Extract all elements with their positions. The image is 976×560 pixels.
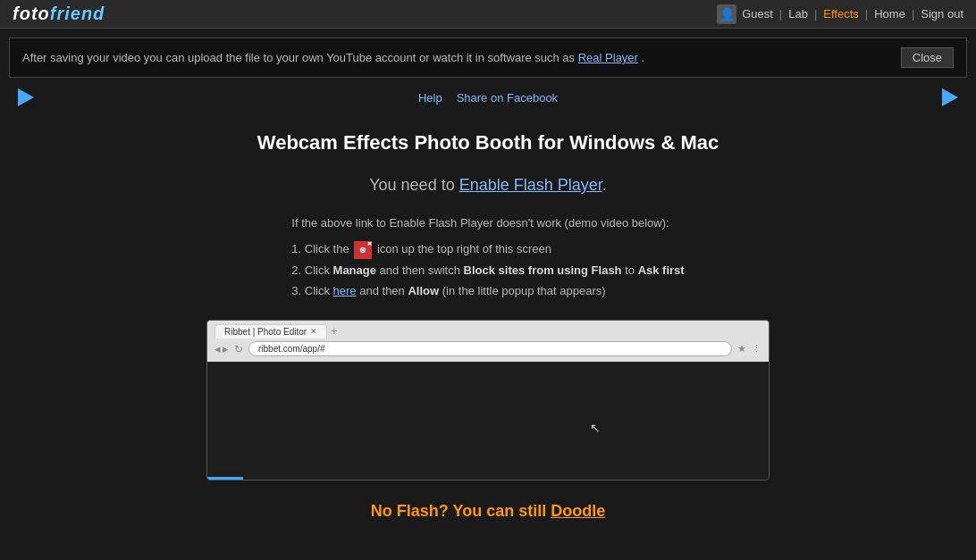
forward-icon: ▸ — [223, 342, 229, 355]
star-icon: ★ — [737, 343, 746, 355]
notice-text: After saving your video you can upload t… — [22, 51, 644, 64]
flash-icon: ⊗ — [354, 241, 372, 259]
browser-url-bar: ribbet.com/app/# — [248, 341, 732, 356]
instructions-intro: If the above link to Enable Flash Player… — [291, 213, 684, 233]
ad-right-icon — [942, 88, 958, 106]
ad-bar: Help Share on Facebook — [0, 81, 976, 113]
step3-pre: 3. Click — [291, 284, 330, 297]
help-link[interactable]: Help — [418, 91, 442, 104]
step3-mid: and then — [359, 284, 408, 297]
notice-text-after: . — [642, 51, 645, 64]
step2-block: Block sites from using Flash — [464, 263, 622, 277]
nav: 👤 Guest | Lab | Effects | Home | Sign ou… — [717, 4, 963, 24]
browser-screenshot: Ribbet | Photo Editor ✕ + ◂ ▸ ↻ ribbet.c… — [206, 320, 770, 481]
step2-manage: Manage — [333, 263, 376, 277]
main-content: Webcam Effects Photo Booth for Windows &… — [0, 113, 976, 547]
browser-tab-label: Ribbet | Photo Editor — [224, 327, 307, 337]
step1-post: icon up the top right of this screen — [377, 242, 551, 255]
ad-right — [937, 88, 963, 106]
nav-sep-2: | — [814, 7, 817, 21]
logo-friend: friend — [50, 4, 105, 23]
flash-punctuation: . — [602, 176, 607, 194]
logo-foto: foto — [13, 4, 50, 23]
url-text: ribbet.com/app/# — [258, 344, 325, 354]
browser-right-icons: ★ ⋮ — [737, 343, 761, 355]
tab-close-icon: ✕ — [310, 327, 317, 336]
back-icon: ◂ — [215, 342, 221, 355]
browser-controls: ◂ ▸ ↻ ribbet.com/app/# ★ ⋮ — [215, 340, 761, 358]
step2-mid: and then switch — [380, 263, 464, 277]
step3-allow: Allow — [408, 284, 439, 297]
nav-sep-3: | — [865, 7, 868, 21]
nav-signout[interactable]: Sign out — [921, 7, 963, 21]
nav-sep-4: | — [912, 7, 914, 21]
logo[interactable]: fotofriend — [13, 4, 105, 24]
close-button[interactable]: Close — [901, 47, 954, 68]
flash-notice: You need to Enable Flash Player. — [0, 176, 976, 195]
step3: 3. Click here and then Allow (in the lit… — [291, 280, 684, 301]
enable-flash-link[interactable]: Enable Flash Player — [459, 176, 602, 194]
cursor-icon: ↖ — [590, 421, 601, 435]
no-flash-pre: No Flash? You can still — [371, 502, 546, 520]
notice-bar: After saving your video you can upload t… — [9, 38, 967, 78]
step1-pre: 1. Click the — [291, 242, 349, 255]
browser-body: ↖ — [207, 362, 769, 480]
step2-to: to — [625, 263, 637, 277]
notice-text-before: After saving your video you can upload t… — [22, 51, 575, 64]
ad-left-icon — [18, 88, 34, 106]
browser-chrome: Ribbet | Photo Editor ✕ + ◂ ▸ ↻ ribbet.c… — [207, 321, 769, 362]
new-tab-icon: + — [331, 324, 338, 338]
nav-lab[interactable]: Lab — [788, 7, 808, 21]
page-title: Webcam Effects Photo Booth for Windows &… — [0, 131, 976, 155]
doodle-link[interactable]: Doodle — [551, 502, 605, 520]
real-player-link[interactable]: Real Player — [578, 51, 638, 64]
flash-notice-pre: You need to — [369, 176, 454, 194]
nav-home[interactable]: Home — [874, 7, 905, 21]
nav-arrows: ◂ ▸ — [215, 342, 229, 355]
user-avatar-icon: 👤 — [717, 4, 736, 24]
ad-left — [13, 88, 39, 106]
page-load-progress — [207, 477, 243, 480]
nav-sep-1: | — [779, 7, 782, 21]
step2-ask: Ask first — [638, 263, 685, 277]
step2: 2. Click Manage and then switch Block si… — [291, 260, 684, 280]
step3-here-link[interactable]: here — [333, 284, 357, 297]
nav-effects[interactable]: Effects — [823, 7, 859, 21]
step1: 1. Click the ⊗ icon up the top right of … — [291, 238, 684, 259]
step2-pre: 2. Click — [291, 263, 330, 277]
nav-guest[interactable]: Guest — [742, 7, 773, 21]
refresh-icon: ↻ — [234, 343, 243, 355]
browser-tab: Ribbet | Photo Editor ✕ — [215, 324, 327, 339]
step3-post: (in the little popup that appears) — [442, 284, 606, 297]
browser-tab-row: Ribbet | Photo Editor ✕ + — [215, 324, 761, 339]
instructions: If the above link to Enable Flash Player… — [291, 213, 684, 302]
ad-links: Help Share on Facebook — [418, 91, 558, 104]
menu-icon: ⋮ — [752, 343, 761, 355]
share-facebook-link[interactable]: Share on Facebook — [457, 91, 558, 104]
header: fotofriend 👤 Guest | Lab | Effects | Hom… — [0, 0, 976, 29]
no-flash-notice: No Flash? You can still Doodle — [0, 502, 976, 521]
